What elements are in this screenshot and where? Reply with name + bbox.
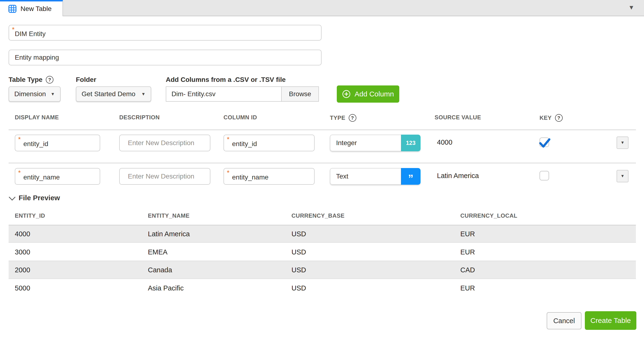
preview-cell: EUR [460,248,475,256]
table-type-dropdown[interactable]: Dimension ▼ [8,86,60,102]
row-actions-dropdown[interactable]: ▼ [616,137,628,149]
preview-table-row: 2000 Canada USD CAD [8,261,636,279]
header-description: DESCRIPTION [119,114,210,121]
required-asterisk: * [227,136,230,143]
required-asterisk: * [227,169,230,176]
new-table-dialog: New Table ▼ * Table Type ? Folder Add Co… [0,0,644,337]
preview-cell: 3000 [15,248,30,256]
tab-bar: New Table ▼ [0,0,644,16]
description-input[interactable] [120,169,210,184]
tab-label: New Table [20,5,52,13]
key-checkbox[interactable] [540,171,549,180]
preview-cell: CAD [460,266,475,274]
preview-cell: Asia Pacific [148,284,184,292]
header-source-value: SOURCE VALUE [434,114,481,121]
column-id-field[interactable]: * [224,135,314,151]
row-divider [8,163,636,163]
preview-cell: Canada [148,266,172,274]
preview-table-row: 5000 Asia Pacific USD EUR [8,279,636,297]
source-value: 4000 [437,138,452,146]
preview-table-row: 3000 EMEA USD EUR [8,243,636,261]
preview-table-row: 4000 Latin America USD EUR [8,225,636,243]
tab-overflow-caret-icon[interactable]: ▼ [628,4,634,11]
column-row-entity-name: * * Text ” Latin America ▼ [0,164,644,197]
file-upload-label: Add Columns from a .CSV or .TSV file [166,76,286,84]
plus-circle-icon [342,90,350,98]
integer-type-badge-icon: 123 [401,135,420,151]
table-description-field[interactable] [8,50,322,65]
folder-label: Folder [76,76,96,84]
preview-cell: EMEA [148,248,168,256]
required-asterisk: * [18,136,21,143]
preview-header: ENTITY_NAME [148,212,190,219]
cancel-button[interactable]: Cancel [547,312,582,329]
display-name-input[interactable] [15,135,100,151]
table-type-help-icon[interactable]: ? [46,76,54,84]
display-name-input[interactable] [15,169,100,184]
display-name-field[interactable]: * [15,168,100,185]
file-name-value[interactable]: Dim- Entity.csv [166,87,281,101]
preview-header: CURRENCY_BASE [292,212,345,219]
source-value: Latin America [437,172,479,180]
chevron-down-icon [9,194,16,200]
table-type-value: Dimension [14,90,46,98]
header-type: TYPE ? [330,114,356,122]
table-type-label: Table Type ? [8,76,54,84]
tab-new-table[interactable]: New Table [0,0,63,16]
table-description-input[interactable] [9,50,321,65]
preview-cell: EUR [460,284,475,292]
description-field[interactable] [119,168,210,185]
type-help-icon[interactable]: ? [349,114,356,122]
table-name-input[interactable] [9,25,321,40]
key-checkbox[interactable] [540,137,549,147]
preview-cell: USD [292,284,306,292]
create-table-button[interactable]: Create Table [585,311,636,330]
column-id-input[interactable] [224,169,314,184]
table-grid-icon [8,5,17,13]
preview-cell: 5000 [15,284,30,292]
preview-cell: USD [292,230,306,238]
description-input[interactable] [120,135,210,151]
column-id-input[interactable] [224,135,314,151]
checkmark-icon [538,137,552,149]
column-row-entity-id: * * Integer 123 4000 ▼ [0,130,644,164]
preview-cell: 2000 [15,266,30,274]
file-preview-toggle[interactable]: File Preview [9,194,60,202]
header-column-id: COLUMN ID [224,114,314,121]
preview-cell: 4000 [15,230,30,238]
preview-header: ENTITY_ID [15,212,45,219]
chevron-down-icon: ▼ [141,92,146,97]
table-name-field[interactable]: * [8,25,322,41]
browse-button[interactable]: Browse [281,87,318,101]
folder-dropdown[interactable]: Get Started Demo ▼ [76,86,151,102]
column-id-field[interactable]: * [224,168,314,185]
display-name-field[interactable]: * [15,135,100,151]
required-asterisk: * [18,169,21,176]
row-actions-dropdown[interactable]: ▼ [616,170,628,182]
type-selector[interactable]: Integer 123 [330,135,420,151]
file-upload-control: Dim- Entity.csv Browse [166,86,319,102]
chevron-down-icon: ▼ [621,140,625,145]
header-key: KEY ? [540,114,563,122]
column-editor-header-row: DISPLAY NAME DESCRIPTION COLUMN ID TYPE … [0,114,644,124]
required-asterisk: * [12,26,14,33]
type-selector[interactable]: Text ” [330,168,420,185]
key-help-icon[interactable]: ? [555,114,563,122]
chevron-down-icon: ▼ [50,92,55,97]
text-type-badge-icon: ” [401,168,420,185]
add-column-label: Add Column [354,90,394,98]
file-preview-title: File Preview [18,194,60,202]
chevron-down-icon: ▼ [621,174,625,179]
row-divider [8,130,636,130]
type-value: Integer [330,135,401,151]
type-value: Text [330,168,401,185]
description-field[interactable] [119,135,210,151]
preview-header: CURRENCY_LOCAL [460,212,517,219]
preview-cell: USD [292,248,306,256]
folder-value: Get Started Demo [82,90,136,98]
preview-cell: USD [292,266,306,274]
add-column-button[interactable]: Add Column [337,86,399,103]
preview-cell: Latin America [148,230,190,238]
preview-cell: EUR [460,230,475,238]
header-display-name: DISPLAY NAME [15,114,100,121]
